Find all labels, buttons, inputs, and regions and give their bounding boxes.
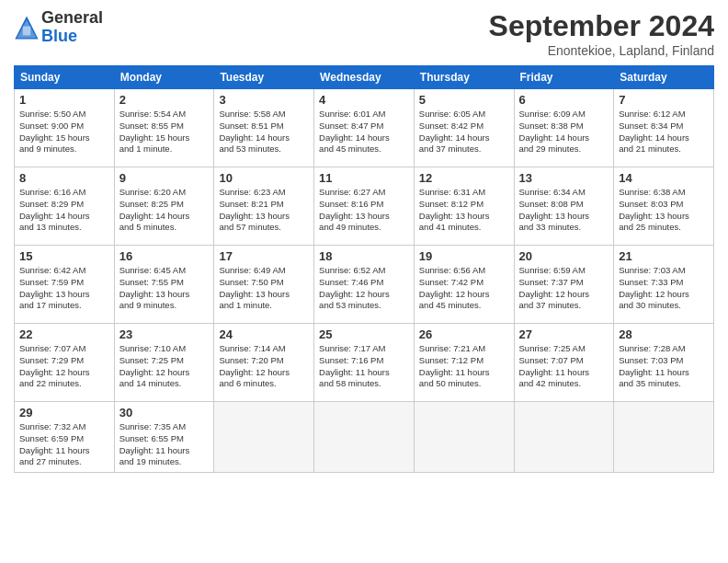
table-row (514, 402, 614, 473)
day-number: 18 (319, 249, 409, 263)
day-number: 8 (19, 171, 109, 185)
day-info: Sunrise: 5:54 AMSunset: 8:55 PMDaylight:… (119, 109, 210, 155)
table-row: 22Sunrise: 7:07 AMSunset: 7:29 PMDayligh… (15, 324, 115, 402)
day-info: Sunrise: 7:03 AMSunset: 7:33 PMDaylight:… (619, 265, 709, 312)
table-row: 11Sunrise: 6:27 AMSunset: 8:16 PMDayligh… (314, 167, 415, 246)
day-info: Sunrise: 7:07 AMSunset: 7:29 PMDaylight:… (19, 343, 109, 390)
table-row: 19Sunrise: 6:56 AMSunset: 7:42 PMDayligh… (414, 246, 514, 324)
table-row (414, 402, 514, 473)
day-number: 29 (19, 406, 109, 419)
day-info: Sunrise: 6:52 AMSunset: 7:46 PMDaylight:… (319, 265, 409, 312)
table-row: 30Sunrise: 7:35 AMSunset: 6:55 PMDayligh… (114, 402, 214, 473)
day-number: 23 (119, 327, 210, 341)
day-info: Sunrise: 6:34 AMSunset: 8:08 PMDaylight:… (519, 187, 609, 234)
table-row: 20Sunrise: 6:59 AMSunset: 7:37 PMDayligh… (514, 246, 614, 324)
table-row: 16Sunrise: 6:45 AMSunset: 7:55 PMDayligh… (114, 246, 214, 324)
title-section: September 2024 Enontekioe, Lapland, Finl… (489, 9, 714, 58)
table-row (314, 402, 415, 473)
day-number: 16 (119, 249, 210, 263)
day-info: Sunrise: 7:25 AMSunset: 7:07 PMDaylight:… (519, 343, 609, 390)
day-info: Sunrise: 6:09 AMSunset: 8:38 PMDaylight:… (519, 109, 609, 155)
day-number: 11 (319, 171, 409, 185)
day-info: Sunrise: 7:21 AMSunset: 7:12 PMDaylight:… (419, 343, 509, 390)
day-number: 6 (519, 93, 609, 107)
col-wednesday: Wednesday (314, 66, 415, 89)
table-row: 14Sunrise: 6:38 AMSunset: 8:03 PMDayligh… (614, 167, 714, 246)
page: General Blue September 2024 Enontekioe, … (0, 0, 728, 563)
logo-blue-text: Blue (41, 28, 103, 46)
day-number: 24 (219, 327, 309, 341)
day-info: Sunrise: 7:35 AMSunset: 6:55 PMDaylight:… (119, 421, 210, 468)
table-row: 24Sunrise: 7:14 AMSunset: 7:20 PMDayligh… (214, 324, 314, 402)
day-number: 9 (119, 171, 210, 185)
table-row: 26Sunrise: 7:21 AMSunset: 7:12 PMDayligh… (414, 324, 514, 402)
table-row: 9Sunrise: 6:20 AMSunset: 8:25 PMDaylight… (114, 167, 214, 246)
day-info: Sunrise: 6:59 AMSunset: 7:37 PMDaylight:… (519, 265, 609, 312)
day-number: 5 (419, 93, 509, 107)
table-row: 29Sunrise: 7:32 AMSunset: 6:59 PMDayligh… (15, 402, 115, 473)
table-row: 8Sunrise: 6:16 AMSunset: 8:29 PMDaylight… (15, 167, 115, 246)
day-info: Sunrise: 7:10 AMSunset: 7:25 PMDaylight:… (119, 343, 210, 390)
day-number: 2 (119, 93, 210, 107)
table-row: 13Sunrise: 6:34 AMSunset: 8:08 PMDayligh… (514, 167, 614, 246)
day-number: 1 (19, 93, 109, 107)
logo-general-text: General (41, 9, 103, 28)
table-row: 6Sunrise: 6:09 AMSunset: 8:38 PMDaylight… (514, 89, 614, 167)
table-row (214, 402, 314, 473)
day-info: Sunrise: 6:01 AMSunset: 8:47 PMDaylight:… (319, 109, 409, 155)
col-friday: Friday (514, 66, 614, 89)
location-subtitle: Enontekioe, Lapland, Finland (489, 43, 714, 58)
table-row: 3Sunrise: 5:58 AMSunset: 8:51 PMDaylight… (214, 89, 314, 167)
table-row: 18Sunrise: 6:52 AMSunset: 7:46 PMDayligh… (314, 246, 415, 324)
calendar-table: Sunday Monday Tuesday Wednesday Thursday… (14, 65, 714, 473)
day-info: Sunrise: 6:45 AMSunset: 7:55 PMDaylight:… (119, 265, 210, 312)
logo-icon (14, 15, 40, 40)
day-number: 30 (119, 406, 210, 419)
header-row: Sunday Monday Tuesday Wednesday Thursday… (15, 66, 714, 89)
day-number: 4 (319, 93, 409, 107)
table-row: 23Sunrise: 7:10 AMSunset: 7:25 PMDayligh… (114, 324, 214, 402)
day-number: 15 (19, 249, 109, 263)
day-number: 26 (419, 327, 509, 341)
day-info: Sunrise: 5:58 AMSunset: 8:51 PMDaylight:… (219, 109, 309, 155)
day-number: 20 (519, 249, 609, 263)
logo: General Blue (14, 9, 103, 46)
day-info: Sunrise: 6:27 AMSunset: 8:16 PMDaylight:… (319, 187, 409, 234)
day-info: Sunrise: 7:32 AMSunset: 6:59 PMDaylight:… (19, 421, 109, 468)
month-title: September 2024 (489, 9, 714, 43)
table-row: 10Sunrise: 6:23 AMSunset: 8:21 PMDayligh… (214, 167, 314, 246)
day-info: Sunrise: 6:20 AMSunset: 8:25 PMDaylight:… (119, 187, 210, 234)
day-info: Sunrise: 7:17 AMSunset: 7:16 PMDaylight:… (319, 343, 409, 390)
day-number: 17 (219, 249, 309, 263)
day-info: Sunrise: 6:12 AMSunset: 8:34 PMDaylight:… (619, 109, 709, 155)
day-number: 14 (619, 171, 709, 185)
day-number: 7 (619, 93, 709, 107)
table-row: 5Sunrise: 6:05 AMSunset: 8:42 PMDaylight… (414, 89, 514, 167)
table-row (614, 402, 714, 473)
table-row: 4Sunrise: 6:01 AMSunset: 8:47 PMDaylight… (314, 89, 415, 167)
table-row: 2Sunrise: 5:54 AMSunset: 8:55 PMDaylight… (114, 89, 214, 167)
table-row: 28Sunrise: 7:28 AMSunset: 7:03 PMDayligh… (614, 324, 714, 402)
day-info: Sunrise: 6:56 AMSunset: 7:42 PMDaylight:… (419, 265, 509, 312)
day-info: Sunrise: 6:23 AMSunset: 8:21 PMDaylight:… (219, 187, 309, 234)
day-number: 22 (19, 327, 109, 341)
day-info: Sunrise: 5:50 AMSunset: 9:00 PMDaylight:… (19, 109, 109, 155)
calendar-body: 1Sunrise: 5:50 AMSunset: 9:00 PMDaylight… (15, 89, 714, 473)
col-tuesday: Tuesday (214, 66, 314, 89)
table-row: 7Sunrise: 6:12 AMSunset: 8:34 PMDaylight… (614, 89, 714, 167)
header: General Blue September 2024 Enontekioe, … (14, 9, 714, 58)
day-info: Sunrise: 6:42 AMSunset: 7:59 PMDaylight:… (19, 265, 109, 312)
col-sunday: Sunday (15, 66, 115, 89)
table-row: 27Sunrise: 7:25 AMSunset: 7:07 PMDayligh… (514, 324, 614, 402)
day-number: 25 (319, 327, 409, 341)
day-number: 27 (519, 327, 609, 341)
day-number: 28 (619, 327, 709, 341)
day-number: 3 (219, 93, 309, 107)
day-info: Sunrise: 6:16 AMSunset: 8:29 PMDaylight:… (19, 187, 109, 234)
day-info: Sunrise: 7:28 AMSunset: 7:03 PMDaylight:… (619, 343, 709, 390)
col-thursday: Thursday (414, 66, 514, 89)
table-row: 12Sunrise: 6:31 AMSunset: 8:12 PMDayligh… (414, 167, 514, 246)
col-monday: Monday (114, 66, 214, 89)
day-number: 19 (419, 249, 509, 263)
table-row: 25Sunrise: 7:17 AMSunset: 7:16 PMDayligh… (314, 324, 415, 402)
